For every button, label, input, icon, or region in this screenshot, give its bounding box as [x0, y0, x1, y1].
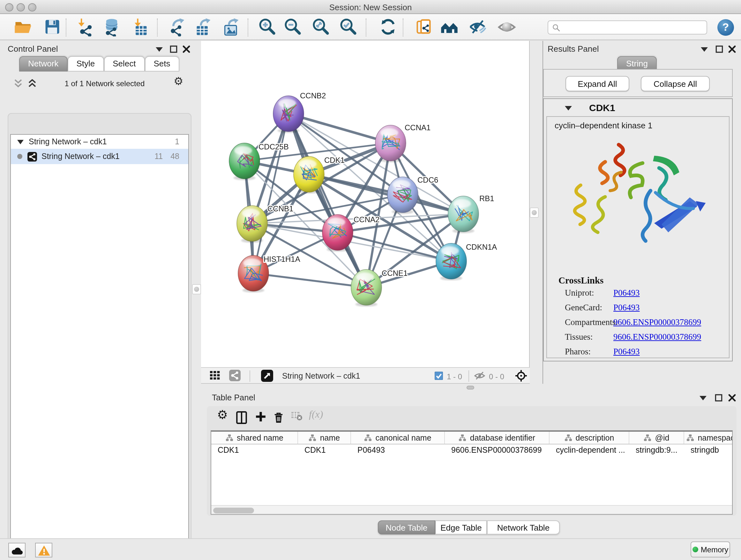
houses-button[interactable]	[439, 17, 460, 38]
right-splitter-handle[interactable]	[530, 207, 539, 218]
export-table-icon	[194, 17, 213, 37]
add-column-button[interactable]	[255, 411, 266, 422]
open-view-in-window-button[interactable]	[261, 369, 273, 381]
protein-section-expander[interactable]	[565, 106, 572, 111]
import-network-from-database-button[interactable]	[102, 17, 122, 38]
expand-all-networks-button[interactable]	[28, 79, 37, 87]
tab-style[interactable]: Style	[67, 56, 104, 71]
control-panel-collapse-button[interactable]	[156, 47, 163, 52]
tab-sets[interactable]: Sets	[145, 56, 179, 71]
delete-column-button[interactable]	[273, 411, 284, 423]
tab-network-table[interactable]: Network Table	[487, 520, 560, 535]
refresh-icon	[379, 17, 398, 37]
table-horizontal-scrollbar[interactable]	[211, 505, 732, 514]
crosslink-compartments-link[interactable]: 9606.ENSP00000378699	[613, 317, 701, 327]
zoom-fit-button[interactable]	[311, 17, 331, 38]
crosslink-tissues-link[interactable]: 9606.ENSP00000378699	[613, 332, 701, 341]
warning-icon	[37, 544, 50, 556]
column-header-@id[interactable]: @id	[629, 432, 684, 444]
table-header-row: shared namenamecanonical namedatabase id…	[211, 432, 732, 444]
network-node-RB1[interactable]: RB1	[448, 194, 494, 233]
crosslink-uniprot-link[interactable]: P06493	[613, 288, 640, 298]
delete-table-button[interactable]	[291, 411, 302, 421]
table-options-gear-icon[interactable]: ⚙	[217, 408, 228, 422]
network-node-HIST1H1A[interactable]: HIST1H1A	[238, 255, 300, 293]
export-table-button[interactable]	[193, 17, 214, 38]
results-panel-collapse-button[interactable]	[701, 47, 708, 52]
search-field	[548, 20, 707, 35]
save-session-button[interactable]	[42, 17, 63, 38]
birdseye-grid-button[interactable]	[210, 371, 220, 380]
search-input[interactable]	[563, 23, 703, 32]
table-cell: 9606.ENSP00000378699	[445, 444, 549, 456]
zoom-out-button[interactable]	[283, 17, 303, 38]
hide-graphics-details-button[interactable]	[467, 17, 488, 38]
network-node-CCNE1[interactable]: CCNE1	[351, 269, 408, 307]
import-network-button[interactable]	[75, 17, 96, 38]
column-header-namespace[interactable]: namespace	[684, 432, 733, 444]
crosslink-pharos-link[interactable]: P06493	[613, 347, 640, 356]
show-graphics-details-button[interactable]	[496, 17, 517, 38]
protein-section: CDK1 cyclin–dependent kinase 1	[543, 98, 733, 361]
network-canvas[interactable]: CCNB2 CCNA1 CDC25B CDK1 CDC6	[201, 41, 530, 367]
memory-button[interactable]: Memory	[690, 542, 730, 557]
expand-all-button[interactable]: Expand All	[565, 76, 629, 91]
control-panel-float-button[interactable]	[170, 45, 178, 53]
column-header-name[interactable]: name	[298, 432, 351, 444]
crosslink-genecard-link[interactable]: P06493	[613, 303, 640, 312]
cloud-button[interactable]	[8, 543, 25, 557]
show-columns-button[interactable]	[236, 411, 247, 424]
table-panel-collapse-button[interactable]	[699, 396, 706, 400]
table-row[interactable]: CDK1CDK1P064939606.ENSP00000378699cyclin…	[211, 444, 732, 456]
grid-icon	[210, 371, 220, 380]
tab-select[interactable]: Select	[104, 56, 145, 71]
network-node-CCNB1[interactable]: CCNB1	[237, 204, 293, 243]
tab-edge-table[interactable]: Edge Table	[435, 520, 487, 535]
network-collection-row[interactable]: String Network – cdk1 1	[11, 135, 188, 149]
control-panel-close-button[interactable]	[183, 45, 190, 53]
column-header-canonical-name[interactable]: canonical name	[351, 432, 445, 444]
network-row[interactable]: String Network – cdk1 11 48	[11, 149, 188, 164]
zoom-in-button[interactable]	[257, 17, 278, 38]
cytoscape-window: Session: New Session	[0, 0, 741, 560]
network-view-share-button[interactable]	[229, 370, 241, 381]
collapse-all-button[interactable]: Collapse All	[641, 76, 710, 91]
network-options-gear-icon[interactable]: ⚙	[174, 75, 184, 88]
table-panel-close-button[interactable]	[728, 394, 736, 401]
zoom-selected-button[interactable]	[338, 17, 359, 38]
table-delete-icon	[291, 411, 302, 421]
collapse-all-networks-button[interactable]	[14, 79, 22, 87]
results-panel-float-button[interactable]	[716, 45, 723, 53]
hidden-elements-button[interactable]	[474, 371, 486, 382]
crosshair-icon	[515, 370, 527, 382]
import-table-button[interactable]	[130, 17, 150, 38]
network-node-CDKN1A[interactable]: CDKN1A	[436, 243, 497, 280]
column-header-description[interactable]: description	[549, 432, 629, 444]
left-splitter-handle[interactable]	[192, 284, 201, 294]
export-network-button[interactable]	[167, 17, 188, 38]
horizontal-splitter-handle[interactable]	[467, 386, 474, 389]
open-session-button[interactable]	[13, 17, 33, 38]
network-edge-HIST1H1A-CCNE1[interactable]	[253, 273, 366, 287]
tab-network[interactable]: Network	[19, 56, 67, 71]
network-edge-CCNB2-HIST1H1A[interactable]	[253, 114, 288, 273]
export-image-button[interactable]	[221, 17, 242, 38]
refresh-button[interactable]	[378, 17, 398, 38]
tab-node-table[interactable]: Node Table	[378, 520, 435, 535]
share-document-icon	[414, 17, 433, 37]
fit-selection-crosshair-button[interactable]	[515, 370, 527, 382]
share-document-button[interactable]	[414, 17, 434, 38]
column-header-database-identifier[interactable]: database identifier	[445, 432, 549, 444]
main-toolbar: ?	[0, 14, 741, 40]
results-panel-close-button[interactable]	[728, 45, 736, 53]
network-node-CDC25B[interactable]: CDC25B	[229, 142, 289, 180]
crosslink-label: Tissues:	[565, 332, 593, 341]
selected-checkbox[interactable]	[434, 372, 443, 382]
network-node-CCNB2[interactable]: CCNB2	[273, 91, 326, 133]
help-button[interactable]: ?	[718, 19, 734, 36]
table-panel-float-button[interactable]	[715, 394, 723, 401]
column-header-shared-name[interactable]: shared name	[211, 432, 298, 444]
scrollbar-thumb[interactable]	[213, 507, 254, 513]
warning-button[interactable]	[35, 543, 52, 557]
function-builder-label[interactable]: f(x)	[309, 409, 323, 420]
